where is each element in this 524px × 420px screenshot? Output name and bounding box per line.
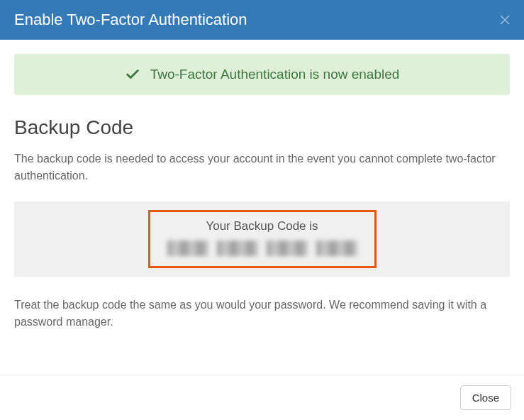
code-chunk-redacted [167,241,208,256]
section-title: Backup Code [14,116,510,139]
backup-code-label: Your Backup Code is [167,219,357,233]
section-description: The backup code is needed to access your… [14,150,510,184]
check-icon [125,67,140,82]
two-factor-modal: Enable Two-Factor Authentication Two-Fac… [0,0,524,420]
footer-note: Treat the backup code the same as you wo… [14,297,510,331]
backup-code-panel: Your Backup Code is [14,201,510,277]
modal-footer: Close [0,375,524,420]
success-alert: Two-Factor Authentication is now enabled [14,54,510,95]
code-chunk-redacted [316,241,357,256]
success-message: Two-Factor Authentication is now enabled [150,67,400,82]
close-icon[interactable] [500,13,510,27]
modal-body: Two-Factor Authentication is now enabled… [0,40,524,375]
close-button[interactable]: Close [460,385,511,410]
code-chunk-redacted [217,241,258,256]
backup-code-box: Your Backup Code is [148,210,377,268]
code-chunk-redacted [267,241,308,256]
modal-header: Enable Two-Factor Authentication [0,0,524,40]
modal-title: Enable Two-Factor Authentication [14,11,247,29]
backup-code-value [167,241,357,256]
